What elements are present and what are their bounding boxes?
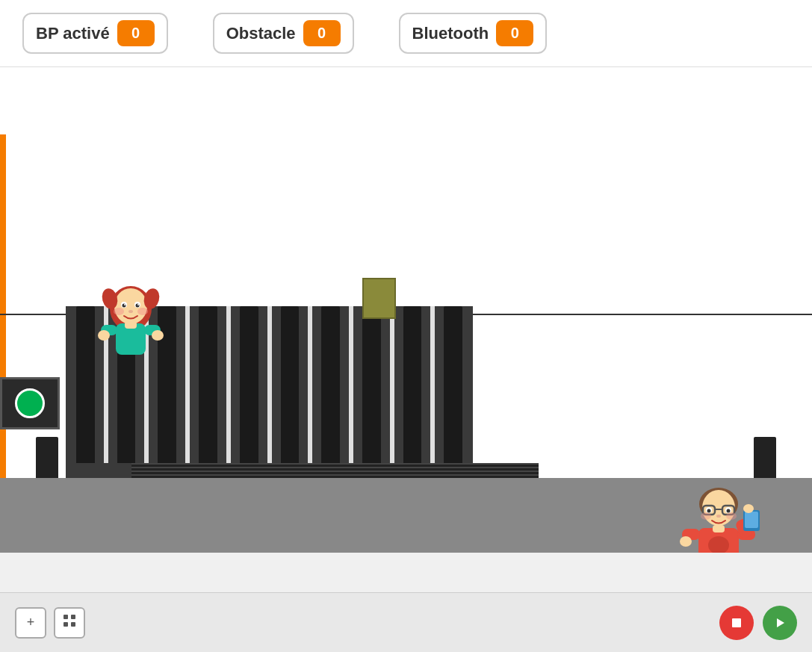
gate-ground-texture (131, 463, 539, 478)
bottom-toolbar: + (0, 592, 812, 652)
svg-point-7 (136, 304, 140, 308)
sensor-box (0, 377, 60, 429)
obstacle-label: Obstacle (226, 24, 296, 43)
obstacle-box (362, 278, 396, 319)
svg-rect-44 (713, 525, 725, 533)
bluetooth-widget: Bluetooth 0 (399, 13, 548, 54)
svg-point-30 (726, 512, 737, 520)
bp-label: BP activé (36, 24, 110, 43)
toolbar-left: + (15, 607, 85, 639)
slat (403, 306, 422, 463)
add-button[interactable]: + (15, 607, 46, 639)
svg-point-8 (124, 304, 125, 305)
svg-point-35 (680, 536, 692, 547)
svg-rect-47 (63, 622, 68, 627)
svg-point-16 (98, 330, 110, 341)
slat (281, 306, 300, 463)
grid-button[interactable] (54, 607, 85, 639)
obstacle-widget: Obstacle 0 (213, 13, 354, 54)
svg-point-39 (743, 504, 754, 513)
svg-rect-46 (71, 615, 75, 619)
svg-point-11 (114, 308, 124, 315)
svg-rect-18 (125, 321, 137, 329)
slat (76, 306, 95, 463)
sensor-circle (15, 388, 45, 418)
top-bar: BP activé 0 Obstacle 0 Bluetooth 0 (0, 0, 812, 67)
play-button[interactable] (763, 606, 797, 640)
grid-icon (63, 614, 76, 631)
svg-rect-38 (745, 512, 758, 528)
obstacle-value: 0 (303, 20, 341, 46)
slat-light (226, 306, 231, 463)
slat (321, 306, 340, 463)
girl-character (93, 280, 168, 377)
svg-rect-49 (732, 618, 741, 627)
plus-icon: + (27, 615, 35, 630)
svg-point-10 (128, 310, 133, 313)
svg-point-17 (152, 330, 164, 341)
slat (240, 306, 258, 463)
slat-light (349, 306, 353, 463)
stop-icon (729, 615, 744, 630)
svg-rect-45 (63, 615, 68, 619)
slat (199, 306, 217, 463)
svg-point-27 (727, 509, 731, 513)
play-icon (772, 615, 787, 630)
svg-point-28 (716, 515, 721, 518)
slat-light (308, 306, 312, 463)
game-area (0, 67, 812, 553)
toolbar-right (719, 606, 797, 640)
boy-character (678, 482, 760, 553)
slat-light (430, 306, 435, 463)
svg-point-29 (701, 512, 711, 520)
slat (362, 306, 381, 463)
svg-point-26 (707, 509, 711, 513)
stop-button[interactable] (719, 606, 754, 640)
svg-point-6 (123, 304, 126, 308)
bluetooth-value: 0 (496, 20, 533, 46)
svg-marker-50 (777, 618, 784, 627)
svg-rect-48 (71, 622, 75, 627)
svg-point-9 (137, 304, 139, 305)
bp-widget: BP activé 0 (22, 13, 168, 54)
bluetooth-label: Bluetooth (412, 24, 489, 43)
slat (444, 306, 462, 463)
bp-value: 0 (117, 20, 155, 46)
slat-light (390, 306, 394, 463)
slat-light (267, 306, 272, 463)
slat-light (185, 306, 190, 463)
svg-point-12 (137, 308, 148, 315)
